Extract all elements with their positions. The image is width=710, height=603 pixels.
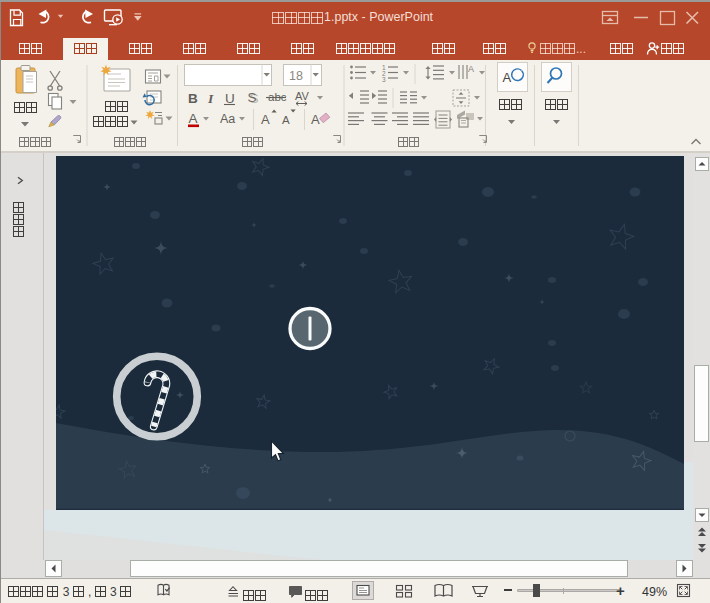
- svg-text:U: U: [225, 91, 235, 106]
- svg-text:AV: AV: [295, 90, 310, 102]
- svg-text:A: A: [282, 114, 290, 126]
- svg-text:3: 3: [382, 76, 386, 83]
- svg-text:Aa: Aa: [220, 112, 235, 126]
- svg-text:A: A: [468, 64, 474, 74]
- svg-text:A: A: [261, 112, 270, 127]
- svg-text:A: A: [311, 112, 320, 127]
- svg-text:18: 18: [289, 69, 303, 83]
- svg-text:B: B: [188, 91, 198, 106]
- svg-text:A: A: [503, 70, 512, 85]
- svg-text:S: S: [248, 90, 257, 105]
- svg-text:I: I: [207, 91, 214, 106]
- svg-text:A: A: [189, 111, 198, 126]
